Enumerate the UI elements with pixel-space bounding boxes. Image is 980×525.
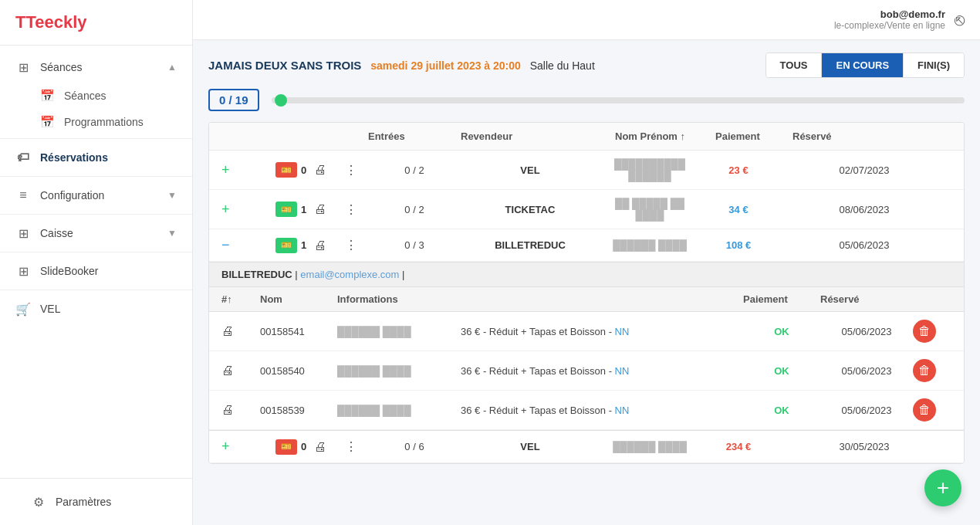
more-options-icon[interactable]: ⋮	[345, 163, 368, 178]
sidebar-nav: ⊞ Séances ▲ 📅 Séances 📅 Programmations 🏷…	[0, 46, 192, 478]
page-content: JAMAIS DEUX SANS TROIS samedi 29 juillet…	[193, 40, 980, 525]
add-row-action[interactable]: +	[221, 162, 268, 178]
fab-add-button[interactable]: +	[924, 469, 961, 506]
sidebar: TTeeckly ⊞ Séances ▲ 📅 Séances 📅 Program…	[0, 0, 193, 525]
sub-reseller-email[interactable]: email@complexe.com	[300, 269, 399, 280]
user-org: le-complexe/Vente en ligne	[834, 20, 945, 31]
sub-row-name: ██████ ████	[337, 326, 461, 337]
delete-sub-row-button[interactable]: 🗑	[913, 359, 936, 382]
table-row: + 🎫 1 🖨 ⋮ 0 / 2 TICKETAC ██ █████ ██ ███…	[209, 190, 964, 229]
table-header: Entrées Revendeur Nom Prénom ↑ Paiement …	[209, 123, 964, 151]
print-icon[interactable]: 🖨	[314, 163, 345, 177]
grid-icon: ⊞	[15, 59, 31, 75]
sub-table-row: 🖨 00158540 ██████ ████ 36 € - Réduit + T…	[209, 351, 964, 391]
more-options-icon[interactable]: ⋮	[345, 238, 368, 252]
topbar: bob@demo.fr le-complexe/Vente en ligne ⎋	[193, 0, 980, 40]
sub-row-name: ██████ ████	[337, 405, 461, 416]
col-reserve: Réservé	[792, 130, 951, 142]
sidebar-item-caisse[interactable]: ⊞ Caisse ▼	[0, 218, 192, 249]
sub-row-number: 00158540	[260, 365, 337, 377]
event-location: Salle du Haut	[530, 59, 595, 72]
print-icon-sub[interactable]: 🖨	[221, 364, 260, 378]
tab-finis[interactable]: FINI(S)	[903, 53, 964, 77]
reserve-date: 05/06/2023	[777, 239, 951, 251]
sub-row-number: 00158541	[260, 326, 337, 337]
chevron-up-icon: ▲	[167, 62, 177, 73]
add-row-action[interactable]: +	[221, 439, 268, 455]
nom-prenom: ██████ ████	[600, 239, 700, 251]
config-icon: ≡	[15, 188, 31, 203]
sidebar-item-seances[interactable]: ⊞ Séances ▲	[0, 52, 192, 83]
tag-icon: 🏷	[15, 150, 31, 165]
print-icon[interactable]: 🖨	[314, 202, 345, 216]
sidebar-item-parametres[interactable]: ⚙ Paramètres	[15, 486, 177, 517]
sub-col-info: Informations	[337, 293, 461, 305]
event-title: JAMAIS DEUX SANS TROIS	[208, 59, 361, 72]
sub-row-reserve: 05/06/2023	[820, 326, 913, 337]
sub-row-info: 36 € - Réduit + Tapas et Boisson - NN	[461, 326, 743, 337]
paiement: 234 €	[700, 441, 777, 452]
print-icon[interactable]: 🖨	[314, 239, 345, 252]
logo: TTeeckly	[0, 0, 192, 46]
print-icon[interactable]: 🖨	[314, 440, 345, 454]
entries: 0 / 6	[368, 441, 461, 452]
ticket-icon-green: 🎫	[275, 202, 297, 217]
sub-row-number: 00158539	[260, 405, 337, 416]
calendar-icon: 📅	[40, 89, 55, 103]
table-row: + 🎫 0 🖨 ⋮ 0 / 6 VEL ██████ ████ 234 € 30…	[209, 431, 964, 463]
paiement: 108 €	[700, 239, 777, 251]
sub-col-paiement: Paiement	[743, 293, 820, 305]
tab-tous[interactable]: TOUS	[766, 53, 823, 77]
reserve-date: 30/05/2023	[777, 441, 951, 452]
more-options-icon[interactable]: ⋮	[345, 202, 368, 217]
collapse-row-action[interactable]: −	[221, 237, 268, 253]
sidebar-item-configuration[interactable]: ≡ Configuration ▼	[0, 180, 192, 211]
delete-sub-row-button[interactable]: 🗑	[913, 320, 936, 343]
sidebar-item-seances-sub[interactable]: 📅 Séances	[0, 83, 192, 109]
sub-row-paiement: OK	[743, 365, 820, 377]
sub-col-hash: #↑	[221, 293, 260, 305]
ticket-icon-red: 🎫	[275, 162, 297, 178]
event-header: JAMAIS DEUX SANS TROIS samedi 29 juillet…	[208, 52, 965, 78]
more-options-icon[interactable]: ⋮	[345, 439, 368, 454]
nom-prenom: ██████ ████	[600, 441, 700, 452]
caisse-icon: ⊞	[15, 225, 31, 241]
sub-reseller-name: BILLETREDUC	[221, 269, 292, 280]
ticket-badge: 🎫 0	[268, 439, 314, 455]
sidebar-item-vel[interactable]: 🛒 VEL	[0, 293, 192, 324]
ticket-count: 0	[301, 164, 306, 176]
progress-row: 0 / 19	[208, 89, 965, 111]
sub-row-reserve: 05/06/2023	[820, 365, 913, 377]
sub-col-nom: Nom	[260, 293, 337, 305]
sub-col-reserve: Réservé	[820, 293, 913, 305]
ticket-badge: 🎫 0	[268, 162, 314, 178]
cart-icon: 🛒	[15, 301, 31, 317]
revendeur: VEL	[461, 164, 600, 176]
sub-row-info: 36 € - Réduit + Tapas et Boisson - NN	[461, 405, 743, 416]
delete-sub-row-button[interactable]: 🗑	[913, 398, 936, 422]
print-icon-sub[interactable]: 🖨	[221, 324, 260, 338]
sub-table-row: 🖨 00158541 ██████ ████ 36 € - Réduit + T…	[209, 312, 964, 351]
ticket-badge: 🎫 1	[268, 238, 314, 253]
reservations-table: Entrées Revendeur Nom Prénom ↑ Paiement …	[208, 122, 965, 464]
user-email: bob@demo.fr	[834, 8, 945, 20]
sub-row-paiement: OK	[743, 405, 820, 416]
calendar2-icon: 📅	[40, 115, 55, 129]
progress-count: 0 / 19	[208, 89, 259, 111]
sidebar-item-programmations[interactable]: 📅 Programmations	[0, 109, 192, 135]
col-paiement: Paiement	[715, 130, 792, 142]
sub-section: BILLETREDUC | email@complexe.com | #↑ No…	[209, 262, 964, 431]
sidebar-item-reservations[interactable]: 🏷 Réservations	[0, 142, 192, 173]
chevron-down-icon: ▼	[167, 190, 177, 201]
col-entrees: Entrées	[368, 130, 461, 142]
add-row-action[interactable]: +	[221, 202, 268, 218]
sub-table-header: #↑ Nom Informations Paiement Réservé	[209, 287, 964, 312]
sidebar-item-slidebooker[interactable]: ⊞ SlideBooker	[0, 256, 192, 286]
slide-icon: ⊞	[15, 263, 31, 279]
logout-button[interactable]: ⎋	[955, 10, 965, 30]
entries: 0 / 3	[368, 239, 461, 251]
print-icon-sub[interactable]: 🖨	[221, 403, 260, 417]
event-title-row: JAMAIS DEUX SANS TROIS samedi 29 juillet…	[208, 59, 595, 72]
tab-en-cours[interactable]: EN COURS	[822, 53, 903, 77]
sub-row-info: 36 € - Réduit + Tapas et Boisson - NN	[461, 365, 743, 377]
